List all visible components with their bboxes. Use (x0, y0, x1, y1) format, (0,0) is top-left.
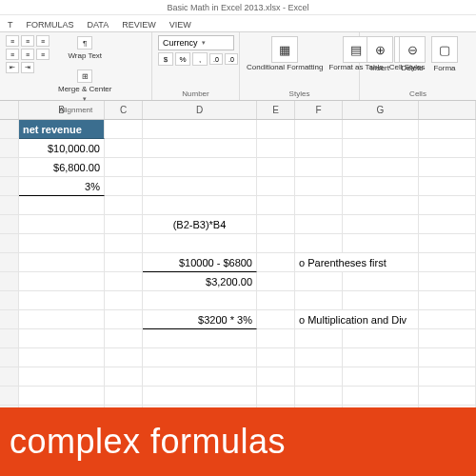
ribbon-group-cells: ⊕ Insert ⊖ Delete ▢ Forma Cells (360, 32, 476, 100)
cell-d8[interactable]: $10000 - $6800 (143, 253, 257, 272)
cell-b2[interactable]: $10,000.00 (19, 139, 105, 158)
row-header[interactable] (0, 310, 19, 329)
cell-c1[interactable] (105, 120, 143, 139)
ribbon: ≡ ≡ ≡ ≡ ≡ ≡ ⇤ ⇥ ¶ Wrap Text (0, 32, 476, 101)
conditional-formatting-label: Conditional Formatting (247, 64, 323, 71)
tab-data[interactable]: DATA (86, 18, 111, 31)
merge-center-label: Merge & Center (58, 85, 111, 93)
row-header[interactable] (0, 139, 19, 158)
cell-b3[interactable]: $6,800.00 (19, 158, 105, 177)
align-right-icon[interactable]: ≡ (36, 49, 50, 60)
align-middle-icon[interactable]: ≡ (21, 35, 34, 47)
insert-cells-button[interactable]: ⊕ Insert (366, 35, 394, 73)
comma-icon[interactable]: , (192, 52, 208, 66)
col-header-d[interactable]: D (143, 101, 257, 119)
insert-cells-label: Insert (370, 64, 389, 72)
col-header-e[interactable]: E (257, 101, 295, 119)
video-caption-overlay: complex formulas (0, 407, 476, 476)
row-header[interactable] (0, 253, 19, 272)
conditional-formatting-icon: ▦ (271, 36, 298, 63)
cell-f11-value: o Multiplication and Div (299, 314, 407, 326)
row-header[interactable] (0, 177, 19, 196)
delete-cells-label: Delete (401, 64, 423, 72)
tab-insert-fragment[interactable]: T (6, 18, 15, 31)
video-caption-text: complex formulas (10, 422, 286, 462)
cell-d9[interactable]: $3,200.00 (143, 272, 257, 291)
number-group-label: Number (158, 89, 233, 98)
percent-icon[interactable]: % (175, 52, 190, 66)
ribbon-tabs: T FORMULAS DATA REVIEW VIEW (0, 15, 476, 32)
ribbon-group-styles: ▦ Conditional Formatting ▤ Format as Tab… (240, 32, 360, 100)
tab-review[interactable]: REVIEW (120, 18, 158, 31)
format-cells-icon: ▢ (431, 36, 458, 63)
row-header[interactable] (0, 291, 19, 310)
cell-d6[interactable]: (B2-B3)*B4 (143, 215, 257, 234)
tab-formulas[interactable]: FORMULAS (25, 18, 76, 31)
tab-view[interactable]: VIEW (168, 18, 193, 31)
number-format-value: Currency (163, 38, 198, 48)
decrease-indent-icon[interactable]: ⇤ (6, 62, 19, 73)
wrap-text-icon: ¶ (77, 36, 92, 50)
row-header[interactable] (0, 158, 19, 177)
cell-d11[interactable]: $3200 * 3% (143, 310, 257, 329)
format-cells-button[interactable]: ▢ Forma (430, 35, 459, 73)
ribbon-group-number: Currency ▾ $ % , .0 .0 Number (152, 32, 240, 100)
window-titlebar: Basic Math in Excel 2013.xlsx - Excel (0, 0, 476, 15)
cell-d8-value: $10000 - $6800 (179, 257, 252, 268)
delete-cells-button[interactable]: ⊖ Delete (398, 35, 426, 73)
chevron-down-icon: ▾ (202, 39, 206, 47)
cell-f11[interactable]: o Multiplication and Div (295, 310, 343, 329)
row-header[interactable] (0, 272, 19, 291)
decrease-decimal-icon[interactable]: .0 (225, 53, 238, 65)
wrap-text-label: Wrap Text (68, 51, 102, 60)
cells-group-label: Cells (366, 89, 470, 98)
align-bottom-icon[interactable]: ≡ (36, 35, 50, 47)
conditional-formatting-button[interactable]: ▦ Conditional Formatting (246, 35, 324, 72)
currency-icon[interactable]: $ (158, 52, 173, 66)
col-header-extra[interactable] (419, 101, 476, 119)
format-cells-label: Forma (433, 64, 455, 72)
wrap-text-button[interactable]: ¶ Wrap Text (57, 35, 112, 61)
cell-e1[interactable] (257, 120, 295, 139)
row-header[interactable] (0, 215, 19, 234)
col-header-f[interactable]: F (295, 101, 343, 119)
cell-f8[interactable]: o Parentheses first (295, 253, 343, 272)
cell-b4[interactable]: 3% (19, 177, 105, 196)
styles-group-label: Styles (246, 89, 353, 98)
spreadsheet-grid: net revenue $10,000.00 $6,800.00 3% (0, 120, 476, 425)
col-header-c[interactable]: C (105, 101, 143, 119)
number-format-combo[interactable]: Currency ▾ (158, 35, 234, 50)
cell-b1[interactable]: net revenue (19, 120, 105, 139)
row-header[interactable] (0, 196, 19, 215)
merge-center-icon: ⊞ (77, 69, 92, 83)
cell-g1[interactable] (343, 120, 419, 139)
increase-indent-icon[interactable]: ⇥ (21, 62, 34, 73)
align-left-icon[interactable]: ≡ (6, 49, 19, 60)
align-top-icon[interactable]: ≡ (6, 35, 19, 47)
window-title: Basic Math in Excel 2013.xlsx - Excel (167, 3, 308, 12)
select-all-corner[interactable] (0, 101, 19, 119)
merge-center-button[interactable]: ⊞ Merge & Center ▾ (57, 69, 112, 104)
increase-decimal-icon[interactable]: .0 (209, 53, 223, 65)
column-headers: B C D E F G (0, 101, 476, 120)
delete-cells-icon: ⊖ (399, 36, 426, 63)
col-header-b[interactable]: B (19, 101, 105, 119)
align-center-icon[interactable]: ≡ (21, 49, 34, 60)
insert-cells-icon: ⊕ (367, 36, 393, 63)
col-header-g[interactable]: G (343, 101, 419, 119)
cell-f1[interactable] (295, 120, 343, 139)
cell-d1[interactable] (143, 120, 257, 139)
row-header[interactable] (0, 120, 19, 139)
cell-f8-value: o Parentheses first (299, 257, 387, 268)
row-header[interactable] (0, 234, 19, 253)
ribbon-group-alignment: ≡ ≡ ≡ ≡ ≡ ≡ ⇤ ⇥ ¶ Wrap Text (0, 32, 152, 100)
